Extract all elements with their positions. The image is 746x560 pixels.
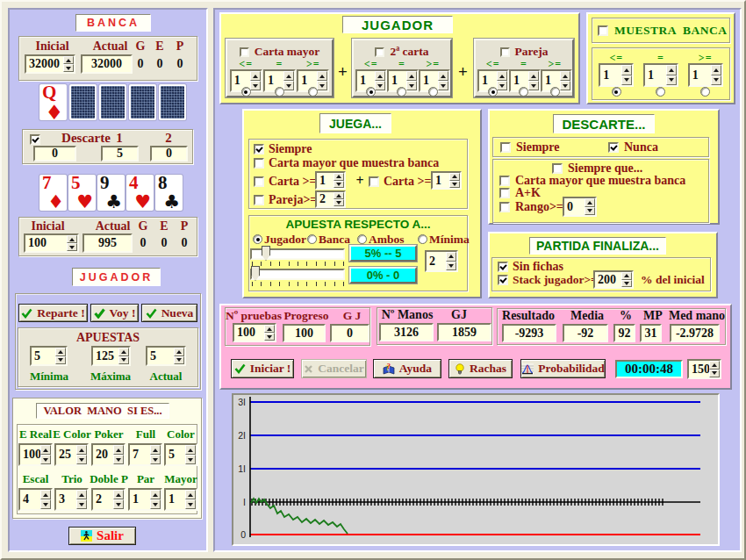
muestra-banca-lte-radio[interactable] <box>612 87 621 97</box>
e-color-spinner[interactable]: 25 <box>54 443 89 466</box>
spin-down-button[interactable] <box>264 333 275 341</box>
spin-down-button[interactable] <box>711 75 721 86</box>
spin-down-button[interactable] <box>185 455 196 464</box>
n-manos-field[interactable]: 3126 <box>379 323 434 341</box>
juega-pareja-checkbox[interactable] <box>254 195 264 205</box>
spin-up-button[interactable] <box>709 361 720 370</box>
segunda-carta-checkbox[interactable] <box>375 47 384 57</box>
voy-button[interactable]: Voy ! <box>90 304 139 322</box>
spin-up-button[interactable] <box>283 71 294 81</box>
poker-spinner[interactable]: 20 <box>91 443 126 466</box>
spin-up-button[interactable] <box>528 71 539 81</box>
spin-up-button[interactable] <box>40 490 51 499</box>
spin-value[interactable]: 32000 <box>26 56 63 72</box>
spin-up-button[interactable] <box>40 445 51 455</box>
spin-value[interactable]: 150 <box>689 361 709 377</box>
spin-value[interactable]: 20 <box>93 445 113 464</box>
spin-down-button[interactable] <box>113 499 124 509</box>
juega-carta-mayor-checkbox[interactable] <box>254 158 264 169</box>
spin-value[interactable]: 1 <box>690 65 711 85</box>
juega-pareja-spinner[interactable]: 2 <box>315 190 346 208</box>
spin-up-button[interactable] <box>185 445 196 455</box>
jugador-inicial-spinner[interactable]: 100 <box>24 233 79 253</box>
descarte-siempre-checkbox[interactable] <box>500 142 511 153</box>
sin-fichas-checkbox[interactable] <box>498 262 508 272</box>
segunda-carta-gte-radio[interactable] <box>428 87 438 97</box>
descarte-rango-checkbox[interactable] <box>499 202 510 212</box>
trio-spinner[interactable]: 3 <box>54 488 89 511</box>
muestra-banca-gte-radio[interactable] <box>700 87 710 97</box>
speed-spinner[interactable]: 150 <box>687 359 721 379</box>
carta-mayor-gte-radio[interactable] <box>308 87 318 97</box>
mp-field[interactable]: 31 <box>640 324 662 342</box>
spin-down-button[interactable] <box>709 370 720 378</box>
spin-value[interactable]: 5 <box>147 348 174 364</box>
escal-spinner[interactable]: 4 <box>18 488 53 511</box>
segunda-carta-eq-radio[interactable] <box>397 87 406 97</box>
spin-down-button[interactable] <box>40 499 51 509</box>
spin-value[interactable]: 100 <box>25 235 67 251</box>
pareja-checkbox[interactable] <box>500 47 510 57</box>
spin-up-button[interactable] <box>150 490 161 499</box>
descarte-nunca-checkbox[interactable] <box>608 142 619 153</box>
resultado-field[interactable]: -9293 <box>502 324 556 342</box>
spin-down-button[interactable] <box>40 455 51 464</box>
descarte-field-2[interactable]: 0 <box>150 146 188 162</box>
spin-value[interactable]: 125 <box>93 348 118 364</box>
spin-up-button[interactable] <box>560 71 570 81</box>
spin-up-button[interactable] <box>113 490 124 499</box>
cancelar-button[interactable]: Cancelar <box>301 359 367 378</box>
e-real-spinner[interactable]: 100 <box>18 443 53 466</box>
spin-value[interactable]: 7 <box>130 445 150 464</box>
muestra-banca-lte-spinner[interactable]: 1 <box>599 63 634 87</box>
spin-up-button[interactable] <box>621 272 632 280</box>
apuesta-maxima-spinner[interactable]: 125 <box>91 346 131 366</box>
descarte-field-0[interactable]: 0 <box>33 146 76 162</box>
rachas-button[interactable]: Rachas <box>448 359 513 378</box>
spin-up-button[interactable] <box>621 65 632 75</box>
spin-up-button[interactable] <box>317 71 327 81</box>
muestra-banca-gte-spinner[interactable]: 1 <box>688 63 723 87</box>
spin-up-button[interactable] <box>449 173 460 181</box>
stack-jugador-spinner[interactable]: 200 <box>593 270 634 289</box>
spin-value[interactable]: 1 <box>130 490 150 509</box>
apuesta-slider-1[interactable] <box>250 246 345 265</box>
probabilidad-button[interactable]: Probabilidad <box>520 359 606 378</box>
juega-carta2-spinner[interactable]: 1 <box>431 171 462 190</box>
spin-down-button[interactable] <box>67 243 77 251</box>
juega-carta1-spinner[interactable]: 1 <box>315 171 346 190</box>
apuesta-slider-2[interactable] <box>250 266 345 285</box>
doble-p-spinner[interactable]: 2 <box>91 488 126 511</box>
juega-carta2-checkbox[interactable] <box>369 176 379 187</box>
spin-down-button[interactable] <box>446 262 456 271</box>
nueva-button[interactable]: Nueva <box>141 304 197 322</box>
gj2-field[interactable]: 1859 <box>437 323 491 341</box>
spin-up-button[interactable] <box>150 445 161 455</box>
pareja-lte-radio[interactable] <box>488 87 498 97</box>
pareja-gte-radio[interactable] <box>550 87 560 97</box>
spin-up-button[interactable] <box>185 490 196 499</box>
spin-down-button[interactable] <box>185 499 196 509</box>
spin-down-button[interactable] <box>113 455 124 464</box>
descarte-a-k-checkbox[interactable] <box>499 188 510 198</box>
apuesta-minima-spinner[interactable]: 5 <box>30 346 68 366</box>
apuesta-banca-radio[interactable] <box>307 234 317 244</box>
apuesta-minima-radio[interactable] <box>418 234 427 244</box>
spin-value[interactable]: 25 <box>56 445 76 464</box>
spin-up-button[interactable] <box>585 198 595 207</box>
spin-up-button[interactable] <box>438 71 448 81</box>
apuesta-spin[interactable]: 2 <box>425 250 458 272</box>
spin-down-button[interactable] <box>63 64 74 72</box>
color-spinner[interactable]: 5 <box>164 443 197 466</box>
spin-value[interactable]: 5 <box>166 445 185 464</box>
juega-carta1-checkbox[interactable] <box>254 176 264 187</box>
media-field[interactable]: -92 <box>563 324 608 342</box>
spin-down-button[interactable] <box>334 199 344 206</box>
spin-up-button[interactable] <box>406 71 417 81</box>
spin-up-button[interactable] <box>55 348 66 356</box>
spin-up-button[interactable] <box>264 325 275 333</box>
spin-up-button[interactable] <box>666 65 677 75</box>
spin-down-button[interactable] <box>150 499 161 509</box>
spin-up-button[interactable] <box>375 71 385 81</box>
spin-up-button[interactable] <box>334 173 344 181</box>
